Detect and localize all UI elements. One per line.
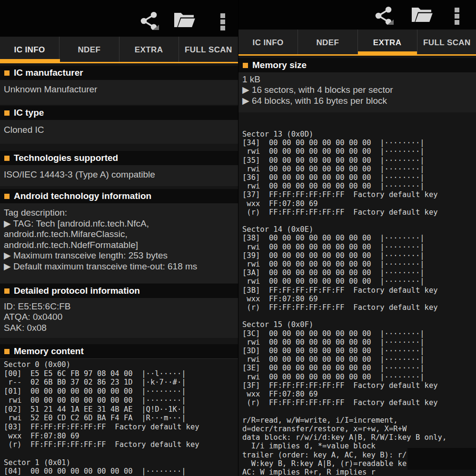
section-title: IC type [14,108,44,118]
section-title: Detailed protocol information [14,286,140,296]
tab-bar: IC INFO NDEF EXTRA FULL SCAN [0,37,238,63]
open-folder-icon[interactable] [410,6,433,25]
open-folder-icon[interactable] [173,11,196,30]
section-header-memory-size: Memory size [238,58,476,73]
ic-manufacturer-value: Unknown Manufacturer [0,80,238,105]
panel-extra: IC INFO NDEF EXTRA FULL SCAN Memory size… [238,0,476,476]
section-title: Memory content [14,346,84,357]
bullet-square-icon [4,194,10,199]
section-header-memory-content: Memory content [0,344,238,359]
android-tech-info-value: Tag description: ▶ TAG: Tech [android.nf… [0,203,238,283]
memory-size-value: 1 kB ▶ 16 sectors, with 4 blocks per sec… [238,72,476,112]
tab-ndef[interactable]: NDEF [59,37,119,63]
bullet-square-icon [4,70,10,76]
nfc-app-screenshot-pair: IC INFO NDEF EXTRA FULL SCAN IC manufact… [0,0,476,476]
section-header-protocol-info: Detailed protocol information [0,284,238,298]
overflow-menu-icon[interactable] [453,7,461,28]
bullet-square-icon [4,156,10,161]
tab-bar: IC INFO NDEF EXTRA FULL SCAN [238,30,476,56]
section-header-android-tech-info: Android technology information [0,189,238,204]
bullet-square-icon [4,349,10,354]
action-bar [238,0,476,30]
bullet-square-icon [4,110,10,116]
technologies-value: ISO/IEC 14443-3 (Type A) compatible [0,165,238,186]
section-title: Technologies supported [14,153,118,163]
section-title: Memory size [252,60,307,70]
tab-ic-info[interactable]: IC INFO [238,30,298,56]
tab-extra[interactable]: EXTRA [119,37,178,63]
section-title: Android technology information [14,191,151,201]
ic-type-value: Cloned IC [0,120,238,144]
section-header-ic-type: IC type [0,106,238,120]
tab-full-scan[interactable]: FULL SCAN [417,30,476,56]
memory-dump-sectors-13-15: Sector 13 (0x0D) [34] 00 00 00 00 00 00 … [238,130,476,476]
active-tab-indicator [0,59,60,63]
panel-ic-info: IC INFO NDEF EXTRA FULL SCAN IC manufact… [0,0,238,476]
protocol-info-value: ID: E5:E5:6C:FB ATQA: 0x0400 SAK: 0x08 [0,298,238,338]
section-header-technologies: Technologies supported [0,151,238,166]
action-bar [0,0,238,37]
active-tab-indicator [358,51,417,56]
memory-dump-sector-0: Sector 0 (0x00) [00] E5 E5 6C FB 97 08 0… [0,360,238,476]
bullet-square-icon [4,288,10,294]
share-dropdown-triangle-icon [153,25,159,30]
tab-full-scan[interactable]: FULL SCAN [178,37,238,63]
section-title: IC manufacturer [14,68,83,78]
tab-ndef[interactable]: NDEF [298,30,357,56]
share-dropdown-triangle-icon [387,20,394,25]
section-header-ic-manufacturer: IC manufacturer [0,66,238,80]
bullet-square-icon [243,63,248,68]
dark-overlay-box [407,448,476,470]
overflow-menu-icon[interactable] [219,12,227,33]
